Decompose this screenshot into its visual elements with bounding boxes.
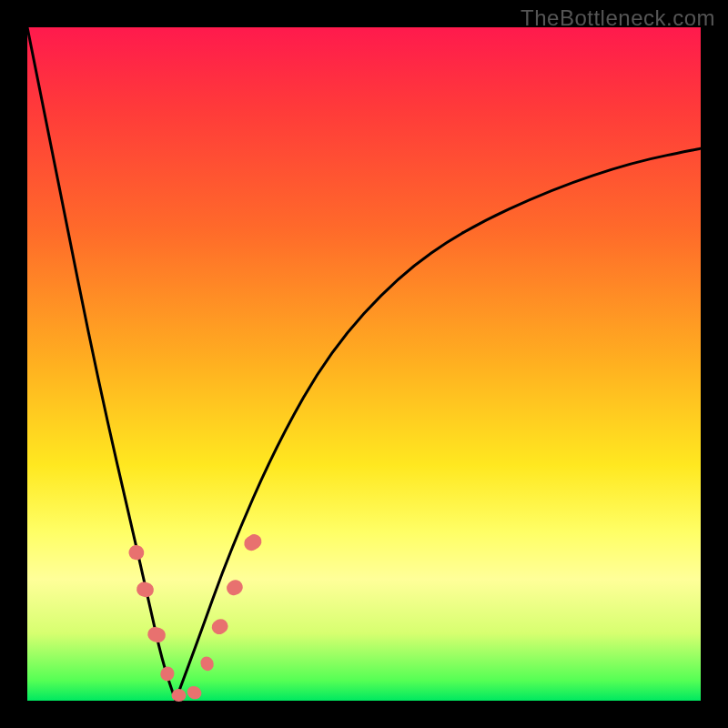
- curve-right-branch: [176, 148, 701, 701]
- bead-marker: [185, 683, 203, 701]
- bead-marker: [127, 543, 146, 561]
- curve-layer: [27, 27, 701, 701]
- curve-left-branch: [27, 27, 176, 701]
- bead-marker: [135, 581, 155, 599]
- bead-markers: [127, 531, 265, 702]
- bead-marker: [241, 531, 264, 553]
- chart-frame: TheBottleneck.com: [0, 0, 728, 728]
- plot-area: [27, 27, 701, 701]
- bead-marker: [146, 625, 167, 644]
- bead-marker: [158, 664, 177, 682]
- bead-marker: [209, 616, 230, 636]
- bead-marker: [224, 577, 245, 598]
- bead-marker: [198, 654, 216, 672]
- bead-marker: [172, 689, 187, 702]
